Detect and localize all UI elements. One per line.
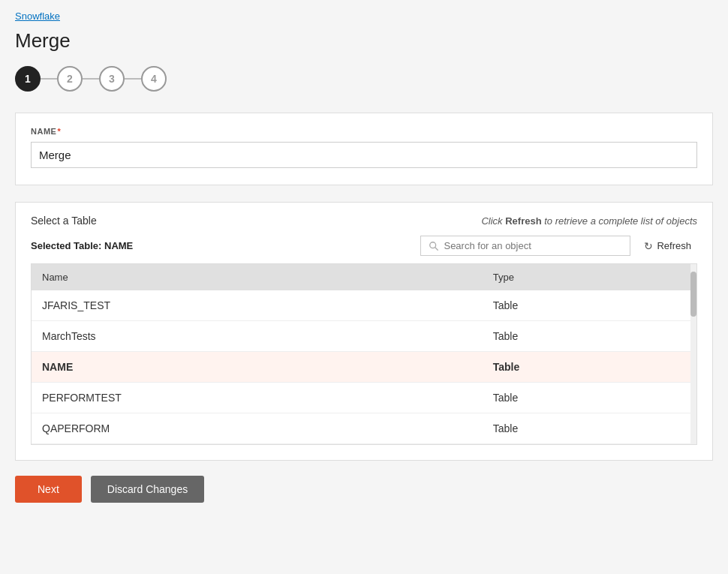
row-name: NAME <box>32 352 483 383</box>
row-type: Table <box>483 413 696 444</box>
table-row[interactable]: PERFORMTEST Table <box>32 383 696 413</box>
row-name: PERFORMTEST <box>32 383 483 413</box>
search-input[interactable] <box>444 240 622 251</box>
selected-table-label: Selected Table: NAME <box>31 240 133 251</box>
breadcrumb[interactable]: Snowflake <box>15 11 713 22</box>
step-4: 4 <box>141 66 167 92</box>
row-name: QAPERFORM <box>32 413 483 444</box>
col-type-header: Type <box>483 264 696 290</box>
step-3: 3 <box>99 66 125 92</box>
search-refresh-group: ↻ Refresh <box>420 236 697 256</box>
footer-buttons: Next Discard Changes <box>15 461 713 503</box>
step-connector-2 <box>83 78 99 80</box>
table-wrapper: Name Type JFARIS_TEST Table MarchTests T… <box>31 263 697 445</box>
row-type: Table <box>483 383 696 413</box>
search-box <box>420 236 630 256</box>
name-label: NAME* <box>31 127 697 136</box>
table-section-header: Select a Table Click Refresh to retrieve… <box>31 215 697 227</box>
step-2: 2 <box>57 66 83 92</box>
data-table: Name Type JFARIS_TEST Table MarchTests T… <box>32 264 696 444</box>
scrollbar-track <box>690 264 696 444</box>
select-table-label: Select a Table <box>31 215 97 227</box>
name-input[interactable] <box>31 142 697 168</box>
table-row[interactable]: MarchTests Table <box>32 321 696 352</box>
search-icon <box>429 241 439 251</box>
col-name-header: Name <box>32 264 483 290</box>
refresh-button[interactable]: ↻ Refresh <box>638 236 697 256</box>
step-1: 1 <box>15 66 41 92</box>
step-connector-3 <box>125 78 141 80</box>
table-row-selected[interactable]: NAME Table <box>32 352 696 383</box>
row-type: Table <box>483 290 696 321</box>
step-connector-1 <box>41 78 57 80</box>
row-type: Table <box>483 321 696 352</box>
name-section: NAME* <box>15 113 713 185</box>
row-name: JFARIS_TEST <box>32 290 483 321</box>
refresh-hint: Click Refresh to retrieve a complete lis… <box>481 215 697 227</box>
table-row[interactable]: JFARIS_TEST Table <box>32 290 696 321</box>
table-body: JFARIS_TEST Table MarchTests Table NAME … <box>32 290 696 444</box>
next-button[interactable]: Next <box>15 476 82 503</box>
page-container: Snowflake Merge 1 2 3 4 NAME* Select a T… <box>0 0 728 574</box>
table-row[interactable]: QAPERFORM Table <box>32 413 696 444</box>
refresh-icon: ↻ <box>644 240 653 252</box>
row-type: Table <box>483 352 696 383</box>
table-header: Name Type <box>32 264 696 290</box>
table-section: Select a Table Click Refresh to retrieve… <box>15 202 713 461</box>
table-controls: Selected Table: NAME ↻ Refresh <box>31 236 697 256</box>
svg-line-1 <box>435 247 438 250</box>
page-title: Merge <box>15 29 713 53</box>
scrollbar-thumb <box>690 272 696 317</box>
stepper: 1 2 3 4 <box>15 66 713 92</box>
row-name: MarchTests <box>32 321 483 352</box>
discard-button[interactable]: Discard Changes <box>91 476 204 503</box>
